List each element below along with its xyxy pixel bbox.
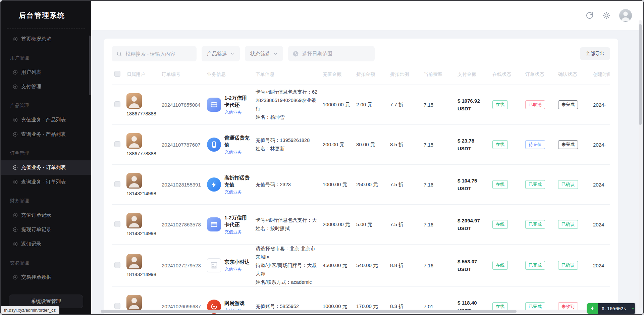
nav-item-label: 查询业务 - 产品列表	[21, 131, 66, 138]
user-phone: 18867778888	[126, 111, 156, 116]
pay-amount-currency: USDT	[458, 105, 488, 112]
created-at: 2024-	[593, 142, 606, 148]
status-filter-label: 状态筛选	[250, 51, 270, 57]
recharge-amount: 1000.00 元	[323, 181, 347, 187]
radio-circle-icon	[13, 165, 17, 170]
sidebar-nav-item[interactable]: 查询业务 - 产品列表	[1, 127, 91, 142]
sidebar-scrollbar-thumb[interactable]	[89, 36, 91, 95]
row-checkbox[interactable]	[114, 221, 120, 227]
search-input[interactable]	[125, 51, 192, 57]
horizontal-scrollbar[interactable]	[99, 310, 632, 313]
nav-item-label: 返佣记录	[21, 241, 41, 247]
sidebar-nav-item[interactable]: 充值业务 - 订单列表	[1, 160, 91, 175]
brightness-icon[interactable]	[602, 11, 610, 19]
credit-card-icon	[207, 98, 221, 112]
export-button[interactable]: 全部导出	[580, 47, 610, 60]
recharge-amount: 200.00 元	[323, 142, 344, 147]
status-link-preview: th.dsyl.xyz/admin/order_cz	[1, 306, 59, 314]
column-header: 订单编号	[162, 67, 207, 85]
discount-ratio: 7.5 折	[390, 181, 404, 187]
current-rate: 7.16	[424, 263, 433, 268]
order-number: 20241107787607	[162, 142, 201, 148]
pay-amount: $ 104.75 USDT	[458, 177, 488, 193]
vertical-scrollbar-thumb[interactable]	[639, 24, 642, 125]
sidebar-nav-item[interactable]: 交易挂单数据	[1, 270, 91, 284]
business-name: 1-2万信用卡代还	[224, 214, 252, 228]
user-cell: 18867778888	[126, 93, 158, 116]
user-avatar[interactable]	[619, 9, 632, 22]
created-at: 2024-	[593, 263, 606, 268]
recharge-amount: 10000.00 元	[323, 102, 350, 107]
user-cell: 18143214998	[126, 254, 158, 277]
recharge-amount: 20000.00 元	[323, 221, 350, 227]
radio-circle-icon	[13, 275, 17, 279]
sidebar-section-label: 财务管理	[1, 194, 91, 208]
radio-circle-icon	[13, 85, 17, 89]
nav-item-label: 提现订单记录	[21, 226, 51, 233]
product-filter-label: 产品筛选	[207, 51, 227, 57]
online-status-tag: 在线	[492, 220, 508, 229]
sidebar-nav-item[interactable]: 支付管理	[1, 80, 91, 94]
column-header: 确认状态	[558, 67, 593, 85]
pay-amount-value: $ 1076.92	[458, 97, 488, 105]
search-icon	[116, 51, 122, 57]
user-phone: 18867778888	[126, 151, 156, 156]
sidebar-nav-item[interactable]: 查询业务 - 订单列表	[1, 175, 91, 189]
business-name: 普通话费充值	[224, 134, 252, 148]
horizontal-scrollbar-thumb[interactable]	[101, 310, 517, 313]
created-at: 2024-	[593, 222, 606, 227]
avatar	[126, 254, 142, 269]
row-checkbox[interactable]	[114, 303, 120, 309]
debug-toolbar[interactable]: 0.105002s	[587, 303, 635, 314]
business-name: 网易游戏	[224, 300, 245, 307]
column-header: 充值金额	[323, 67, 356, 85]
business-name: 京东小时达	[224, 258, 250, 265]
filter-bar: 产品筛选 状态筛选	[112, 46, 610, 61]
column-header: 下单信息	[256, 67, 323, 85]
radio-circle-icon	[13, 37, 17, 41]
row-checkbox[interactable]	[114, 101, 120, 107]
business-type: 充值业务	[224, 149, 252, 155]
user-phone: 18143214998	[126, 191, 156, 196]
main-area: 产品筛选 状态筛选	[91, 1, 643, 314]
table-header-row: 归属用户订单编号业务信息下单信息充值金额折扣金额折扣比例当前费率支付金额在线状态…	[112, 67, 610, 85]
sidebar-section-label: 产品管理	[1, 99, 91, 113]
discount-amount: 30.00 元	[356, 142, 375, 147]
row-checkbox[interactable]	[114, 141, 120, 147]
column-header: 当前费率	[424, 67, 458, 85]
sidebar-nav-item[interactable]: 充值业务 - 产品列表	[1, 113, 91, 127]
vertical-scrollbar[interactable]	[639, 20, 642, 308]
product-filter-select[interactable]: 产品筛选	[202, 46, 240, 61]
column-header: 折扣金额	[356, 67, 390, 85]
order-status-tag: 待充值	[525, 140, 545, 149]
refresh-icon[interactable]	[586, 11, 594, 19]
sidebar-nav-item[interactable]: 提现订单记录	[1, 222, 91, 237]
current-rate: 7.15	[424, 142, 433, 148]
status-filter-select[interactable]: 状态筛选	[245, 46, 283, 61]
select-all-checkbox[interactable]	[114, 71, 120, 77]
request-time: 0.105002s	[598, 303, 630, 314]
orders-card: 产品筛选 状态筛选	[104, 39, 618, 315]
order-info: 充值号码：2323	[256, 180, 319, 189]
column-header: 折扣比例	[390, 67, 424, 85]
sidebar-nav-item[interactable]: 充值订单记录	[1, 208, 91, 222]
row-checkbox[interactable]	[114, 181, 120, 187]
online-status-tag: 在线	[492, 140, 508, 149]
order-info: 请选择省市县：北京 北京市 东城区街道/小区/商场门牌号：大叔大婶姓名/联系方式…	[256, 245, 319, 286]
sidebar: 后台管理系统 首页概况总览 用户管理 用户列表 支付管理 产品管理 充值业务 -…	[1, 1, 91, 314]
row-checkbox[interactable]	[114, 262, 120, 268]
business-type: 充值业务	[224, 229, 252, 235]
nav-item-label: 支付管理	[21, 84, 41, 90]
sidebar-nav-item[interactable]: 返佣记录	[1, 237, 91, 251]
business-type: 充值业务	[224, 109, 252, 115]
pay-amount-currency: USDT	[458, 145, 488, 152]
pay-amount-currency: USDT	[458, 224, 488, 232]
avatar	[126, 133, 142, 149]
sidebar-nav-item[interactable]: 首页概况总览	[1, 32, 91, 46]
search-box[interactable]	[112, 46, 197, 61]
clock-icon	[292, 51, 299, 57]
sidebar-nav-item[interactable]: 用户列表	[1, 65, 91, 80]
nav-item-label: 查询业务 - 订单列表	[21, 179, 66, 185]
orders-table: 归属用户订单编号业务信息下单信息充值金额折扣金额折扣比例当前费率支付金额在线状态…	[112, 67, 610, 315]
date-range-input[interactable]: 选择日期范围	[288, 46, 375, 61]
